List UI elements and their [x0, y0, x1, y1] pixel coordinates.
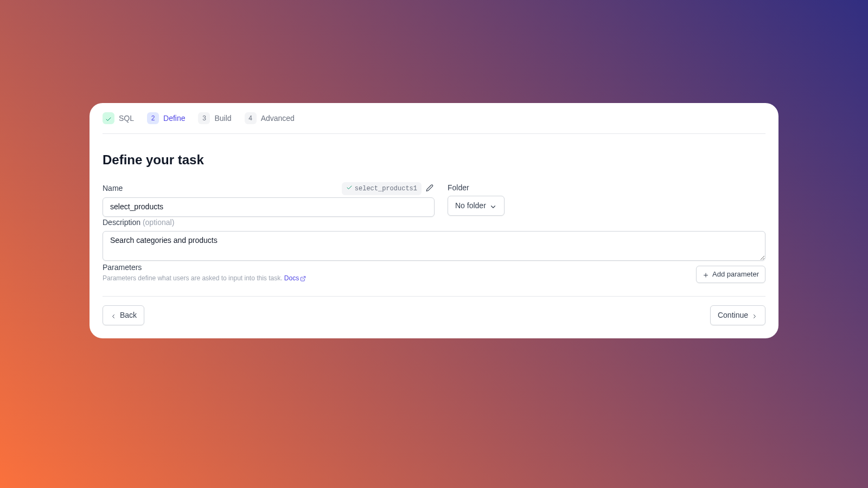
step-label: Build [214, 113, 231, 124]
step-sql[interactable]: SQL [103, 112, 134, 124]
chevron-down-icon [489, 203, 497, 211]
page-background: SQL 2 Define 3 Build 4 Advanced Define y… [0, 0, 868, 488]
parameters-helper: Parameters define what users are asked t… [103, 273, 306, 283]
footer: Back Continue [103, 296, 765, 325]
step-number: 2 [147, 112, 159, 124]
folder-field: Folder No folder [448, 182, 765, 216]
step-label: Advanced [261, 113, 295, 124]
slug-chip: select_products1 [342, 182, 422, 195]
name-input[interactable] [103, 197, 435, 217]
step-number: 4 [245, 112, 257, 124]
step-number: 3 [198, 112, 210, 124]
check-icon [346, 183, 353, 194]
check-icon [103, 112, 114, 124]
step-advanced[interactable]: 4 Advanced [245, 112, 295, 124]
description-label: Description (optional) [103, 217, 174, 228]
stepper: SQL 2 Define 3 Build 4 Advanced [103, 103, 765, 134]
description-textarea[interactable] [103, 231, 765, 261]
folder-selected: No folder [455, 200, 486, 211]
chevron-right-icon [751, 313, 758, 320]
chevron-left-icon [110, 313, 117, 320]
folder-dropdown[interactable]: No folder [448, 196, 505, 216]
name-field: Name select_products1 [103, 182, 435, 217]
step-define[interactable]: 2 Define [147, 112, 185, 124]
docs-link[interactable]: Docs [284, 273, 306, 283]
step-label: Define [163, 113, 185, 124]
external-link-icon [300, 275, 306, 282]
page-title: Define your task [103, 151, 765, 169]
parameters-section: Parameters Parameters define what users … [103, 262, 765, 283]
continue-button[interactable]: Continue [710, 305, 765, 325]
edit-slug-button[interactable] [425, 182, 435, 195]
task-card: SQL 2 Define 3 Build 4 Advanced Define y… [90, 103, 778, 338]
folder-label: Folder [448, 182, 469, 194]
pencil-icon [426, 184, 433, 192]
add-parameter-button[interactable]: Add parameter [696, 266, 765, 283]
parameters-title: Parameters [103, 262, 306, 273]
description-field: Description (optional) [103, 217, 765, 264]
plus-icon [703, 272, 709, 279]
slug-text: select_products1 [355, 184, 417, 194]
name-label: Name [103, 183, 123, 194]
step-build[interactable]: 3 Build [198, 112, 231, 124]
back-button[interactable]: Back [103, 305, 144, 325]
step-label: SQL [119, 113, 134, 124]
